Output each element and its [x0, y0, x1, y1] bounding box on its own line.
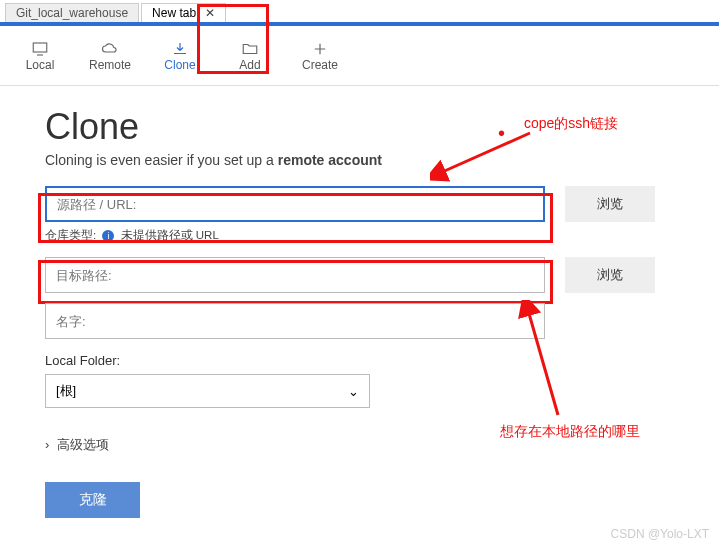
- repo-type-msg: 未提供路径或 URL: [121, 229, 219, 241]
- local-folder-label: Local Folder:: [45, 353, 674, 368]
- dest-path-input[interactable]: [45, 257, 545, 293]
- tab-bar: Git_local_warehouse New tab ✕: [0, 0, 719, 22]
- svg-rect-0: [33, 43, 47, 52]
- source-url-input[interactable]: [45, 186, 545, 222]
- info-icon: i: [102, 230, 114, 242]
- main-content: Clone Cloning is even easier if you set …: [0, 86, 719, 538]
- repo-type-label: 仓库类型:: [45, 229, 96, 241]
- toolbar-label: Local: [26, 58, 55, 72]
- watermark: CSDN @Yolo-LXT: [611, 527, 709, 541]
- name-input[interactable]: [45, 303, 545, 339]
- plus-icon: [310, 40, 330, 58]
- subtitle-text: Cloning is even easier if you set up a: [45, 152, 278, 168]
- cloud-icon: [100, 40, 120, 58]
- toolbar-label: Add: [239, 58, 260, 72]
- annotation-local: 想存在本地路径的哪里: [500, 423, 640, 441]
- name-row: [45, 303, 674, 339]
- close-icon[interactable]: ✕: [205, 6, 215, 20]
- clone-button[interactable]: 克隆: [45, 482, 140, 518]
- toolbar-clone[interactable]: Clone: [145, 26, 215, 85]
- tab-label: New tab: [152, 6, 196, 20]
- annotation-dot: •: [498, 122, 505, 145]
- toolbar-create[interactable]: Create: [285, 26, 355, 85]
- toolbar-label: Create: [302, 58, 338, 72]
- download-icon: [170, 40, 190, 58]
- annotation-ssh: cope的ssh链接: [524, 115, 618, 133]
- remote-account-link[interactable]: remote account: [278, 152, 382, 168]
- toolbar-label: Remote: [89, 58, 131, 72]
- folder-icon: [240, 40, 260, 58]
- toolbar-add[interactable]: Add: [215, 26, 285, 85]
- toolbar-label: Clone: [164, 58, 195, 72]
- toolbar-remote[interactable]: Remote: [75, 26, 145, 85]
- toolbar: Local Remote Clone Add Create: [0, 26, 719, 86]
- browse-source-button[interactable]: 浏览: [565, 186, 655, 222]
- tab-label: Git_local_warehouse: [16, 6, 128, 20]
- chevron-down-icon: ⌄: [348, 384, 359, 399]
- local-folder-select[interactable]: [根] ⌄: [45, 374, 370, 408]
- repo-type-row: 仓库类型: i 未提供路径或 URL: [45, 228, 674, 243]
- source-row: 浏览: [45, 186, 674, 222]
- dest-row: 浏览: [45, 257, 674, 293]
- toolbar-local[interactable]: Local: [5, 26, 75, 85]
- browse-dest-button[interactable]: 浏览: [565, 257, 655, 293]
- monitor-icon: [30, 40, 50, 58]
- tab-git-local[interactable]: Git_local_warehouse: [5, 3, 139, 22]
- page-subtitle: Cloning is even easier if you set up a r…: [45, 152, 674, 168]
- tab-new[interactable]: New tab ✕: [141, 3, 226, 22]
- select-value: [根]: [56, 382, 76, 400]
